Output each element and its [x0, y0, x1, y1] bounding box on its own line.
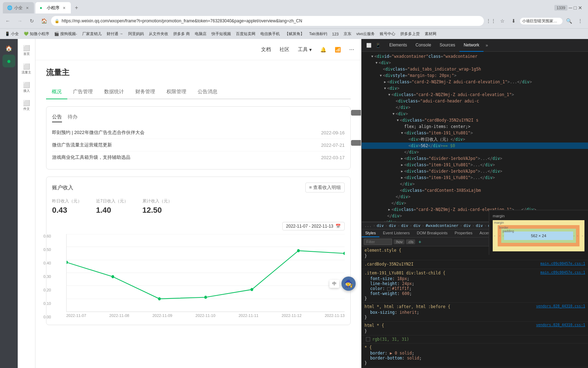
dom-line-20[interactable]: <div class="item-191_LYu801">...</div>	[362, 174, 588, 181]
dom-line-23[interactable]: </div>	[362, 194, 588, 200]
extensions-btn[interactable]: ⋮⋮	[486, 16, 496, 26]
view-detail-btn[interactable]: ≡ 查看收入明细	[305, 183, 345, 193]
floating-avatar[interactable]: 🧙	[341, 277, 356, 291]
bookmark-ali[interactable]: 阿里妈妈	[126, 30, 146, 37]
nav-item-docs[interactable]: ⬜ 件文	[18, 97, 35, 113]
bookmark-pdd[interactable]: 拼多多 商	[171, 30, 192, 37]
inspect-icon[interactable]: ⬜	[364, 41, 373, 50]
feedback-sidebar[interactable]: 意见反馈	[351, 110, 361, 116]
tab-close-mini-btn[interactable]: ✕	[62, 5, 67, 10]
notice-title-2[interactable]: 游戏商业化工具箱升级，支持辅助选品	[52, 154, 130, 161]
dom-line-4[interactable]: <div style="margin-top: 20px;">	[362, 72, 588, 79]
expand-icon[interactable]	[379, 74, 383, 77]
dom-line-19[interactable]: <div class="divider-1erboVAJpo">...</div…	[362, 168, 588, 174]
nav-doc-link[interactable]: 文档	[261, 46, 271, 53]
device-icon[interactable]: 📱	[374, 41, 382, 50]
add-filter-btn[interactable]: +	[417, 239, 423, 245]
devtools-tab-sources[interactable]: Sources	[435, 39, 459, 52]
minimize-btn[interactable]: ─	[569, 5, 572, 11]
hov-filter-tag[interactable]: :hov	[394, 239, 405, 244]
dom-line-22[interactable]: <div class="cardContent-3X8SxLajbm	[362, 187, 588, 194]
expand-icon[interactable]	[400, 157, 404, 160]
expand-icon[interactable]	[383, 87, 387, 90]
breadcrumb-wxadcontainer[interactable]: #wxadcontainer	[426, 223, 459, 228]
bookmark-telecom[interactable]: 电信换手机	[258, 30, 282, 37]
dom-line-13[interactable]: <div class="item-191_LYu801">	[362, 130, 588, 136]
cls-filter-tag[interactable]: .cls	[406, 239, 415, 244]
search-btn[interactable]: 🔍	[564, 16, 574, 26]
dom-line-11[interactable]: <div class="cardBody-35N2u1YN2I s	[362, 117, 588, 123]
dom-line-3[interactable]: <div class="adui_tabs_indicator_wrap-1g5…	[362, 66, 588, 72]
css-source-link[interactable]: vendors.028_44310.css:1	[536, 323, 585, 329]
expand-icon[interactable]	[396, 118, 400, 122]
css-source-link[interactable]: main.c09c00457e.css:1	[541, 271, 585, 276]
bookmark-fusuan[interactable]: 【赋算角】	[283, 30, 306, 37]
dom-line-21[interactable]: </div>	[362, 181, 588, 187]
bookmark-wechat[interactable]: 💚 知微小程序	[22, 30, 51, 37]
dom-line-24[interactable]: </div>	[362, 200, 588, 206]
address-bar[interactable]: 🔒 https://mp.weixin.qq.com/wxopen/frame?…	[51, 16, 484, 26]
star-btn[interactable]: ☆	[497, 16, 507, 26]
breadcrumb-div-1[interactable]: div	[377, 223, 384, 228]
quick-help-sidebar[interactable]: 快捷帮助	[351, 140, 361, 146]
sidebar-mini-icon[interactable]: ●	[2, 55, 15, 67]
expand-icon[interactable]	[400, 163, 404, 167]
bookmark-all[interactable]: 📱 小全	[3, 30, 21, 37]
dom-line-8[interactable]: <div class="adui-card-header adui-c	[362, 98, 588, 104]
dom-line-10[interactable]: <div>	[362, 111, 588, 117]
dom-line-12[interactable]: flex; align-items: center;>	[362, 123, 588, 130]
refresh-btn[interactable]: ↻	[27, 16, 37, 26]
bookmark-files[interactable]: 从文件夹收	[147, 30, 170, 37]
breadcrumb-dots[interactable]: ...	[364, 223, 372, 228]
tab-overview[interactable]: 概况	[46, 85, 67, 99]
nav-tools-link[interactable]: 工具 ▾	[298, 46, 312, 53]
breadcrumb-div-4[interactable]: div	[413, 223, 420, 228]
tab-announcements[interactable]: 公告消息	[192, 85, 223, 99]
expand-icon[interactable]	[400, 131, 404, 135]
devtools-tab-elements[interactable]: Elements	[385, 39, 411, 52]
expand-icon[interactable]	[400, 169, 404, 173]
styles-tab-event[interactable]: Event Listeners	[379, 229, 413, 237]
dom-line-6[interactable]: <div>	[362, 85, 588, 91]
styles-tab-properties[interactable]: Properties	[451, 229, 476, 237]
notice-tab-todo[interactable]: 待办	[68, 112, 78, 122]
notice-tab-announcement[interactable]: 公告	[52, 112, 62, 122]
expand-icon[interactable]	[387, 208, 391, 211]
breadcrumb-div-2[interactable]: div	[389, 223, 396, 228]
dom-line-2[interactable]: <div>	[362, 60, 588, 66]
notice-title-0[interactable]: 即刻预约 | 2022年微信广告生态合作伙伴大会	[52, 129, 145, 136]
tab-finance[interactable]: 财务管理	[130, 85, 161, 99]
styles-tab-styles[interactable]: Styles	[362, 229, 379, 237]
bookmark-factory[interactable]: 厂家直销儿	[80, 30, 104, 37]
bookmark-sucai[interactable]: 素材网	[423, 30, 439, 37]
bookmark-edian[interactable]: 电脑店	[193, 30, 209, 37]
tab-close-btn[interactable]: ✕	[25, 5, 30, 10]
devtools-tab-network[interactable]: Network	[459, 39, 484, 52]
expand-icon[interactable]	[391, 112, 396, 116]
menu-btn[interactable]: ⋮	[575, 16, 585, 26]
bookmark-vivo[interactable]: vivo云服务	[354, 30, 377, 37]
lang-switch-btn[interactable]: 中	[329, 280, 339, 288]
new-tab-button[interactable]: +	[72, 4, 81, 12]
nav-more-icon[interactable]: ⋯	[349, 47, 354, 52]
nav-wifi-icon[interactable]: 📶	[335, 47, 341, 52]
css-source-link[interactable]: main.c09c00457e.css:1	[541, 262, 585, 267]
tab-permissions[interactable]: 权限管理	[161, 85, 192, 99]
styles-tab-dom-breakpoints[interactable]: DOM Breakpoints	[413, 229, 451, 237]
home-btn[interactable]: 🏠	[39, 16, 49, 26]
expand-icon[interactable]	[374, 61, 379, 65]
nav-item-ad[interactable]: ⬜ 流量主	[18, 61, 35, 77]
expand-icon[interactable]	[370, 55, 374, 58]
devtools-more-btn[interactable]: »	[484, 43, 490, 48]
bookmark-baidu[interactable]: 百度短卖网	[234, 30, 258, 37]
sidebar-home-icon[interactable]: 🏠	[2, 42, 15, 55]
maximize-btn[interactable]: □	[574, 5, 577, 11]
close-btn[interactable]: ✕	[578, 5, 582, 11]
bookmark-account[interactable]: 账号中心	[378, 30, 397, 37]
forward-btn[interactable]: →	[15, 16, 25, 26]
dom-line-9[interactable]: </div>	[362, 104, 588, 111]
nav-item-home[interactable]: ⬜ 首页	[18, 43, 35, 58]
breadcrumb-div-5[interactable]: div	[464, 223, 471, 228]
notice-title-1[interactable]: 微信广告流量主运营规范更新	[52, 142, 112, 148]
download-btn[interactable]: ⬇	[509, 16, 519, 26]
